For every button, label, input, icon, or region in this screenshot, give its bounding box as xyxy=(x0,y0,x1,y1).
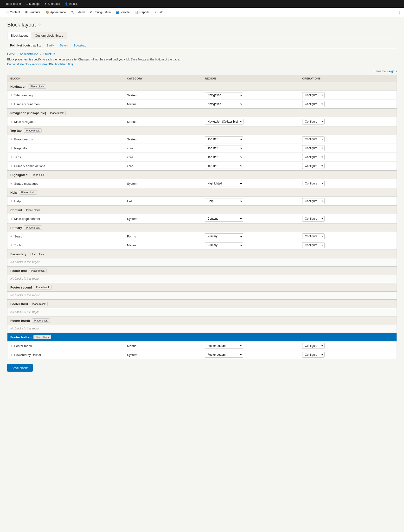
region-select-navigation-0[interactable]: Navigation xyxy=(205,92,243,98)
breadcrumb-administration[interactable]: Administration xyxy=(20,53,38,56)
demo-link[interactable]: Demonstrate block regions (PointNet boot… xyxy=(7,63,397,66)
nav-reports[interactable]: 📊 Reports xyxy=(133,9,152,15)
nav-help[interactable]: ? Help xyxy=(153,9,166,15)
tab-block-layout[interactable]: Block layout xyxy=(7,32,31,39)
configure-button[interactable]: Configure xyxy=(302,216,320,222)
nav-people[interactable]: 👥 People xyxy=(114,9,132,15)
block-category: Forms xyxy=(124,232,202,241)
user-menu-button[interactable]: 👤 Alessio xyxy=(65,2,78,6)
configure-dropdown-button[interactable]: ▾ xyxy=(320,242,325,248)
configure-dropdown-button[interactable]: ▾ xyxy=(320,352,325,358)
configure-button[interactable]: Configure xyxy=(302,352,320,358)
configure-button[interactable]: Configure xyxy=(302,119,320,125)
region-select-navigation-collapsible-0[interactable]: Navigation (Collapsible) xyxy=(205,119,244,125)
place-block-button-help[interactable]: Place block xyxy=(19,190,37,195)
configure-button[interactable]: Configure xyxy=(302,181,320,186)
region-select-footer-bottom-0[interactable]: Footer bottom xyxy=(205,343,243,349)
place-block-button-top-bar[interactable]: Place block xyxy=(24,128,42,133)
configure-button[interactable]: Configure xyxy=(302,242,320,248)
region-select-content-0[interactable]: Content xyxy=(205,216,243,222)
configure-dropdown-button[interactable]: ▾ xyxy=(320,101,325,107)
configure-dropdown-button[interactable]: ▾ xyxy=(320,181,325,186)
nav-appearance[interactable]: 🎨 Appearance xyxy=(43,9,68,15)
place-block-button-footer-first[interactable]: Place block xyxy=(29,269,47,273)
drag-handle[interactable]: + xyxy=(10,164,12,168)
configure-button[interactable]: Configure xyxy=(302,154,320,160)
subtab-pointnet[interactable]: PointNet bootstrap 8.x xyxy=(7,42,44,49)
configure-dropdown-button[interactable]: ▾ xyxy=(320,145,325,151)
place-block-button-footer-bottom[interactable]: Place block xyxy=(33,335,51,339)
region-select-footer-bottom-1[interactable]: Footer bottom xyxy=(205,352,243,358)
bookmark-icon[interactable]: ☆ xyxy=(38,23,41,27)
configure-dropdown-button[interactable]: ▾ xyxy=(320,154,325,160)
place-block-button-navigation[interactable]: Place block xyxy=(28,84,46,89)
subtab-seven[interactable]: Seven xyxy=(57,42,71,49)
place-block-button-content[interactable]: Place block xyxy=(24,208,42,212)
region-select-top-bar-2[interactable]: Top Bar xyxy=(205,154,243,160)
drag-handle[interactable]: + xyxy=(10,217,12,221)
subtab-bartik[interactable]: Bartik xyxy=(44,42,57,49)
save-blocks-button[interactable]: Save blocks xyxy=(7,364,33,372)
drag-handle[interactable]: + xyxy=(10,155,12,159)
region-select-navigation-1[interactable]: Navigation xyxy=(205,101,243,107)
drag-handle[interactable]: + xyxy=(10,344,12,348)
drag-handle[interactable]: + xyxy=(10,120,12,124)
configure-button[interactable]: Configure xyxy=(302,92,320,98)
configure-dropdown-button[interactable]: ▾ xyxy=(320,343,325,349)
region-select-highlighted-0[interactable]: Highlighted xyxy=(205,181,243,186)
place-block-button-footer-third[interactable]: Place block xyxy=(30,302,48,306)
nav-content[interactable]: 📄 Content xyxy=(3,9,22,15)
subtab-bootstrap[interactable]: Bootstrap xyxy=(71,42,89,49)
place-block-button-navigation-collapsible[interactable]: Place block xyxy=(48,111,66,115)
breadcrumb-structure[interactable]: Structure xyxy=(43,53,55,56)
place-block-button-footer-fourth[interactable]: Place block xyxy=(32,318,50,323)
configure-dropdown-button[interactable]: ▾ xyxy=(320,119,325,125)
configure-button[interactable]: Configure xyxy=(302,163,320,169)
configure-dropdown-button[interactable]: ▾ xyxy=(320,198,325,204)
drag-handle[interactable]: + xyxy=(10,93,12,97)
drag-handle[interactable]: + xyxy=(10,243,12,247)
top-navigation: 📄 Content ⊞ Structure 🎨 Appearance 🔧 Ext… xyxy=(0,8,404,17)
configure-dropdown-button[interactable]: ▾ xyxy=(320,233,325,239)
nav-configuration[interactable]: ⚙ Configuration xyxy=(88,9,113,15)
block-category: Menus xyxy=(124,117,202,126)
nav-structure[interactable]: ⊞ Structure xyxy=(23,9,43,15)
configure-button[interactable]: Configure xyxy=(302,343,320,349)
table-row: + Tabs core Top Bar Configure ▾ xyxy=(7,153,397,162)
drag-handle[interactable]: + xyxy=(10,199,12,203)
configure-dropdown-button[interactable]: ▾ xyxy=(320,92,325,98)
breadcrumb-home[interactable]: Home xyxy=(7,53,15,56)
drag-handle[interactable]: + xyxy=(10,182,12,185)
place-block-button-highlighted[interactable]: Place block xyxy=(30,173,47,177)
manage-menu-button[interactable]: ☰ Manage xyxy=(26,2,39,6)
drag-handle[interactable]: + xyxy=(10,137,12,141)
drag-handle[interactable]: + xyxy=(10,102,12,106)
region-select-help-0[interactable]: Help xyxy=(205,198,243,204)
place-block-button-footer-second[interactable]: Place block xyxy=(34,285,52,289)
drag-handle[interactable]: + xyxy=(10,234,12,238)
region-select-top-bar-0[interactable]: Top Bar xyxy=(205,136,243,142)
region-select-primary-1[interactable]: Primary xyxy=(205,242,243,248)
region-select-top-bar-1[interactable]: Top Bar xyxy=(205,145,243,151)
section-header-highlighted: Highlighted Place block xyxy=(7,171,397,179)
configure-button[interactable]: Configure xyxy=(302,198,320,204)
configure-dropdown-button[interactable]: ▾ xyxy=(320,216,325,222)
configure-button[interactable]: Configure xyxy=(302,145,320,151)
configure-dropdown-button[interactable]: ▾ xyxy=(320,163,325,169)
region-select-top-bar-3[interactable]: Top Bar xyxy=(205,163,243,169)
place-block-button-secondary[interactable]: Place block xyxy=(28,252,46,256)
configure-button[interactable]: Configure xyxy=(302,101,320,107)
configure-button[interactable]: Configure xyxy=(302,233,320,239)
show-row-weights-link[interactable]: Show row weights xyxy=(373,70,397,73)
drag-handle[interactable]: + xyxy=(10,146,12,150)
back-to-site-button[interactable]: ← Back to site xyxy=(2,2,21,6)
tab-custom-block-library[interactable]: Custom block library xyxy=(31,32,67,39)
region-select-primary-0[interactable]: Primary xyxy=(205,233,243,239)
block-name-text: Site branding xyxy=(14,93,33,97)
configure-button[interactable]: Configure xyxy=(302,136,320,142)
nav-extend[interactable]: 🔧 Extend xyxy=(69,9,87,15)
shortcuts-button[interactable]: ★ Shortcuts xyxy=(44,2,60,6)
drag-handle[interactable]: + xyxy=(10,353,12,357)
configure-dropdown-button[interactable]: ▾ xyxy=(320,136,325,142)
place-block-button-primary[interactable]: Place block xyxy=(24,225,42,230)
